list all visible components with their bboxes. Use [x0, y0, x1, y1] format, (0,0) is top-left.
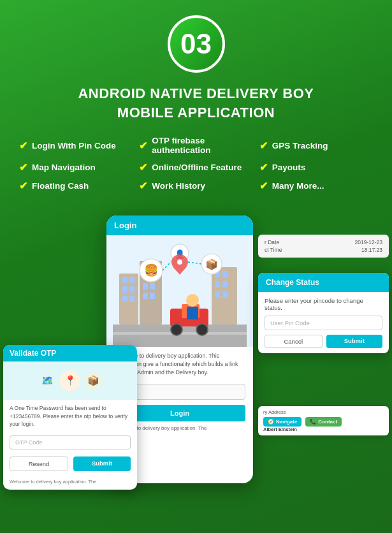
check-icon: ✔	[259, 140, 268, 152]
svg-rect-23	[222, 291, 228, 298]
otp-illustration: 🗺️ 📍 📦	[3, 361, 137, 400]
feature-label: Work History	[152, 181, 205, 191]
otp-footer: Welcome to delivery boy application. The	[3, 476, 137, 490]
svg-rect-19	[222, 271, 228, 277]
change-status-card: Change Status Please enter your pincode …	[258, 273, 389, 353]
svg-rect-20	[215, 281, 220, 288]
feature-label: OTP firebase authentication	[152, 136, 252, 155]
svg-rect-22	[215, 291, 220, 298]
submit-button[interactable]: Submit	[326, 335, 383, 348]
feature-label: GPS Tracking	[272, 141, 328, 150]
cancel-button[interactable]: Cancel	[265, 335, 323, 348]
svg-rect-5	[129, 286, 134, 293]
check-icon: ✔	[19, 180, 27, 192]
feature-label: Floating Cash	[32, 181, 89, 191]
feature-item: ✔ Many More...	[259, 180, 373, 192]
svg-rect-13	[143, 283, 148, 289]
check-icon: ✔	[19, 140, 27, 152]
feature-item: ✔ Floating Cash	[19, 180, 133, 192]
features-grid: ✔ Login With Pin Code ✔ OTP firebase aut…	[13, 136, 379, 192]
svg-rect-21	[222, 281, 228, 288]
feature-item: ✔ Map Navigation	[19, 161, 133, 173]
feature-item: ✔ Payouts	[259, 161, 373, 173]
pin-code-input[interactable]: User Pin Code	[265, 316, 382, 330]
svg-point-27	[171, 324, 182, 335]
navigate-icon: 🧭	[268, 419, 274, 425]
feature-item: ✔ Login With Pin Code	[19, 136, 133, 155]
check-icon: ✔	[139, 180, 147, 192]
location-icon: 📍	[60, 370, 80, 391]
resend-button[interactable]: Resend	[10, 456, 68, 471]
contact-button[interactable]: 📞 Contact	[305, 417, 342, 427]
check-icon: ✔	[259, 180, 268, 192]
svg-point-38	[177, 259, 182, 265]
nav-contact-inner: 🧭 Navigate 📞 Contact	[263, 417, 384, 427]
nav-contact-bar: ry Address 🧭 Navigate 📞 Contact Albert E…	[258, 406, 389, 435]
feature-item: ✔ Online/Offline Feature	[139, 161, 252, 173]
svg-rect-31	[187, 307, 198, 319]
feature-label: Login With Pin Code	[32, 141, 116, 150]
login-illustration: 🍔 📦 👤	[106, 235, 253, 347]
svg-rect-1	[119, 274, 138, 325]
feature-label: Online/Offline Feature	[152, 163, 242, 172]
otp-submit-button[interactable]: Submit	[73, 456, 131, 471]
status-action-buttons: Cancel Submit	[265, 335, 382, 348]
feature-item: ✔ GPS Tracking	[259, 136, 373, 155]
step-number: 03	[180, 28, 212, 60]
svg-rect-7	[129, 296, 134, 302]
svg-text:📦: 📦	[205, 258, 218, 270]
svg-point-28	[196, 324, 208, 335]
address-label: ry Address	[263, 409, 384, 415]
svg-rect-6	[122, 296, 127, 302]
feature-label: Payouts	[272, 163, 306, 172]
otp-action-buttons: Resend Submit	[3, 453, 137, 476]
step-badge: 03	[168, 15, 225, 73]
check-icon: ✔	[259, 161, 268, 173]
otp-body-text: A One Time Password has been send to +12…	[3, 400, 137, 432]
feature-label: Many More...	[272, 181, 324, 191]
change-status-body: Please enter your pincode to change stat…	[258, 292, 389, 353]
check-icon: ✔	[19, 161, 27, 173]
check-icon: ✔	[139, 140, 147, 152]
svg-rect-14	[150, 283, 155, 289]
map-icon: 🗺️	[37, 370, 57, 391]
check-icon: ✔	[139, 161, 147, 173]
login-screen-header: Login	[106, 215, 253, 235]
feature-item: ✔ Work History	[139, 180, 252, 192]
feature-label: Map Navigation	[32, 163, 96, 172]
svg-rect-15	[143, 293, 148, 299]
svg-rect-16	[150, 293, 155, 299]
page-title: ANDROID NATIVE DELIVERY BOY MOBILE APPLI…	[78, 84, 314, 122]
svg-text:🍔: 🍔	[144, 263, 159, 277]
order-info-area: r Date 2019-12-23 ct Time 18:17:23	[258, 235, 389, 258]
order-row: r Date 2019-12-23	[265, 238, 382, 246]
svg-point-30	[186, 294, 199, 307]
svg-rect-4	[122, 286, 127, 293]
svg-rect-3	[129, 277, 134, 283]
change-status-header: Change Status	[258, 273, 389, 292]
driver-name: Albert Einstein	[263, 427, 384, 432]
otp-code-input[interactable]: OTP Code	[10, 435, 131, 449]
validate-otp-header: Validate OTP	[3, 345, 137, 361]
validate-otp-card: Validate OTP 🗺️ 📍 📦 A One Time Password …	[3, 345, 137, 490]
navigate-button[interactable]: 🧭 Navigate	[263, 417, 301, 427]
order-row: ct Time 18:17:23	[265, 246, 382, 254]
phone-icon: 📞	[310, 419, 316, 425]
feature-item: ✔ OTP firebase authentication	[139, 136, 252, 155]
screenshots-area: Login	[0, 215, 392, 490]
change-status-text: Please enter your pincode to change stat…	[265, 297, 382, 311]
package-icon: 📦	[83, 370, 103, 391]
svg-rect-2	[122, 277, 127, 283]
